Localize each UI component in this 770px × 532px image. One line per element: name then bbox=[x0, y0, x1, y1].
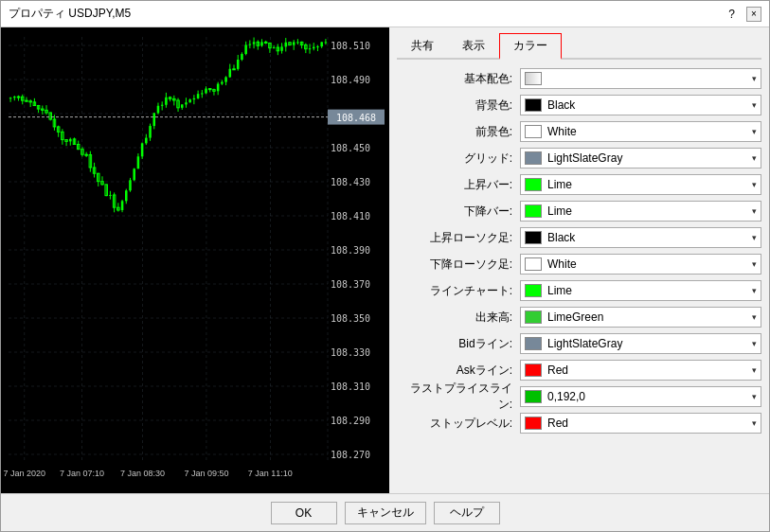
color-select-10[interactable]: LightSlateGray▾ bbox=[520, 333, 761, 354]
form-row-8: ラインチャート:Lime▾ bbox=[397, 279, 761, 302]
color-select-13[interactable]: Red▾ bbox=[520, 413, 761, 434]
form-row-10: Bidライン:LightSlateGray▾ bbox=[397, 332, 761, 355]
color-value-12: 0,192,0 bbox=[547, 390, 748, 403]
dropdown-arrow-9: ▾ bbox=[752, 312, 757, 322]
form-row-2: 前景色:White▾ bbox=[397, 120, 761, 143]
content-area: 共有 表示 カラー 基本配色:▾背景色:Black▾前景色:White▾グリッド… bbox=[1, 27, 769, 493]
dropdown-arrow-5: ▾ bbox=[752, 206, 757, 216]
dropdown-arrow-13: ▾ bbox=[752, 418, 757, 428]
form-label-3: グリッド: bbox=[397, 151, 520, 167]
help-label: ? bbox=[728, 8, 735, 21]
form-row-6: 上昇ローソク足:Black▾ bbox=[397, 226, 761, 249]
color-form: 基本配色:▾背景色:Black▾前景色:White▾グリッド:LightSlat… bbox=[397, 67, 761, 488]
dropdown-arrow-6: ▾ bbox=[752, 233, 757, 242]
form-row-0: 基本配色:▾ bbox=[397, 67, 761, 90]
color-value-11: Red bbox=[547, 364, 748, 377]
color-swatch-3 bbox=[525, 151, 542, 165]
tab-kyoyu[interactable]: 共有 bbox=[397, 33, 448, 58]
color-select-9[interactable]: LimeGreen▾ bbox=[520, 307, 761, 328]
dropdown-arrow-2: ▾ bbox=[752, 127, 757, 136]
color-swatch-4 bbox=[525, 178, 542, 191]
dropdown-arrow-8: ▾ bbox=[752, 286, 757, 295]
color-select-7[interactable]: White▾ bbox=[520, 254, 761, 275]
color-value-2: White bbox=[547, 125, 748, 138]
chart-area bbox=[1, 27, 389, 493]
form-label-6: 上昇ローソク足: bbox=[397, 230, 520, 246]
color-swatch-6 bbox=[525, 231, 542, 244]
form-label-8: ラインチャート: bbox=[397, 283, 520, 299]
dropdown-arrow-4: ▾ bbox=[752, 180, 757, 189]
form-row-1: 背景色:Black▾ bbox=[397, 94, 761, 116]
ok-button[interactable]: OK bbox=[271, 502, 337, 524]
title-bar-controls: ? × bbox=[728, 7, 761, 22]
color-swatch-2 bbox=[525, 125, 542, 138]
help-button[interactable]: ヘルプ bbox=[434, 502, 500, 524]
color-value-4: Lime bbox=[547, 178, 748, 191]
color-select-12[interactable]: 0,192,0▾ bbox=[520, 386, 761, 407]
tab-kara[interactable]: カラー bbox=[499, 33, 562, 60]
form-label-13: ストップレベル: bbox=[397, 416, 520, 432]
window-title: プロパティ USDJPY,M5 bbox=[9, 6, 131, 22]
color-select-3[interactable]: LightSlateGray▾ bbox=[520, 148, 761, 168]
color-value-6: Black bbox=[547, 231, 748, 244]
color-value-1: Black bbox=[547, 98, 748, 112]
color-swatch-8 bbox=[525, 284, 542, 297]
color-swatch-11 bbox=[525, 364, 542, 377]
form-label-10: Bidライン: bbox=[397, 336, 520, 352]
form-label-11: Askライン: bbox=[397, 363, 520, 379]
form-label-0: 基本配色: bbox=[397, 71, 520, 87]
color-value-13: Red bbox=[547, 417, 748, 430]
color-swatch-0 bbox=[525, 72, 542, 85]
dropdown-arrow-3: ▾ bbox=[752, 153, 757, 163]
tab-bar: 共有 表示 カラー bbox=[397, 33, 761, 60]
color-value-7: White bbox=[547, 257, 748, 271]
color-select-8[interactable]: Lime▾ bbox=[520, 280, 761, 301]
color-swatch-9 bbox=[525, 310, 542, 324]
dropdown-arrow-12: ▾ bbox=[752, 392, 757, 401]
form-label-7: 下降ローソク足: bbox=[397, 257, 520, 273]
form-label-5: 下降バー: bbox=[397, 204, 520, 220]
color-swatch-5 bbox=[525, 204, 542, 218]
form-label-12: ラストプライスライン: bbox=[397, 381, 520, 413]
form-row-12: ラストプライスライン:0,192,0▾ bbox=[397, 385, 761, 408]
color-swatch-1 bbox=[525, 98, 542, 112]
color-select-11[interactable]: Red▾ bbox=[520, 360, 761, 381]
close-button[interactable]: × bbox=[746, 7, 761, 22]
main-window: プロパティ USDJPY,M5 ? × 共有 表示 カラー 基本配色:▾背景色:… bbox=[0, 0, 770, 532]
color-value-10: LightSlateGray bbox=[547, 337, 748, 350]
color-value-5: Lime bbox=[547, 204, 748, 218]
tab-hyoji[interactable]: 表示 bbox=[448, 33, 499, 58]
color-swatch-7 bbox=[525, 257, 542, 271]
dropdown-arrow-7: ▾ bbox=[752, 259, 757, 269]
color-select-5[interactable]: Lime▾ bbox=[520, 201, 761, 222]
dropdown-arrow-1: ▾ bbox=[752, 100, 757, 110]
color-select-0[interactable]: ▾ bbox=[520, 68, 761, 89]
color-select-4[interactable]: Lime▾ bbox=[520, 174, 761, 195]
color-select-2[interactable]: White▾ bbox=[520, 121, 761, 142]
form-label-1: 背景色: bbox=[397, 98, 520, 114]
form-row-3: グリッド:LightSlateGray▾ bbox=[397, 147, 761, 169]
form-label-2: 前景色: bbox=[397, 124, 520, 140]
dropdown-arrow-10: ▾ bbox=[752, 339, 757, 348]
color-swatch-10 bbox=[525, 337, 542, 350]
right-panel: 共有 表示 カラー 基本配色:▾背景色:Black▾前景色:White▾グリッド… bbox=[389, 27, 769, 493]
form-label-4: 上昇バー: bbox=[397, 177, 520, 193]
form-row-5: 下降バー:Lime▾ bbox=[397, 200, 761, 222]
color-swatch-12 bbox=[525, 390, 542, 403]
form-row-4: 上昇バー:Lime▾ bbox=[397, 173, 761, 196]
color-select-1[interactable]: Black▾ bbox=[520, 95, 761, 115]
color-select-6[interactable]: Black▾ bbox=[520, 227, 761, 248]
form-row-11: Askライン:Red▾ bbox=[397, 359, 761, 381]
color-swatch-13 bbox=[525, 417, 542, 430]
color-value-8: Lime bbox=[547, 284, 748, 297]
bottom-bar: OK キャンセル ヘルプ bbox=[1, 493, 769, 531]
title-bar: プロパティ USDJPY,M5 ? × bbox=[1, 1, 769, 27]
form-row-13: ストップレベル:Red▾ bbox=[397, 412, 761, 434]
form-row-9: 出来高:LimeGreen▾ bbox=[397, 306, 761, 328]
dropdown-arrow-11: ▾ bbox=[752, 365, 757, 375]
form-label-9: 出来高: bbox=[397, 310, 520, 326]
cancel-button[interactable]: キャンセル bbox=[345, 502, 426, 524]
color-value-3: LightSlateGray bbox=[547, 151, 748, 165]
form-row-7: 下降ローソク足:White▾ bbox=[397, 253, 761, 275]
color-value-9: LimeGreen bbox=[547, 310, 748, 324]
